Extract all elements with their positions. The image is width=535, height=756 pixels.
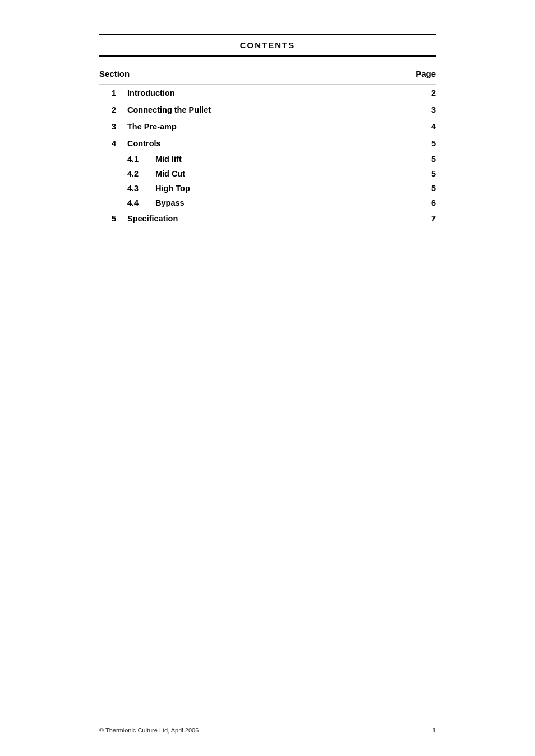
table-row: 2 Connecting the Pullet 3 — [99, 101, 436, 118]
row-num: 3 — [99, 118, 127, 135]
table-row: 3 The Pre-amp 4 — [99, 118, 436, 135]
row-text: The Pre-amp — [127, 118, 361, 135]
table-row: 4 Controls 5 — [99, 135, 436, 152]
table-subrow: 4.3 High Top 5 — [99, 181, 436, 196]
table-subrow: 4.2 Mid Cut 5 — [99, 166, 436, 181]
row-text: Controls — [127, 135, 361, 152]
table-row: 1 Introduction 2 — [99, 85, 436, 102]
row-num: 4 — [99, 135, 127, 152]
footer-copyright: © Thermionic Culture Ltd, April 2006 — [99, 727, 199, 734]
subrow-num: 4.4 — [127, 196, 155, 210]
row-text: Introduction — [127, 85, 361, 102]
subrow-num: 4.2 — [127, 166, 155, 181]
title-rule-top — [99, 34, 436, 35]
table-subrow: 4.4 Bypass 6 — [99, 196, 436, 210]
row-num: 1 — [99, 85, 127, 102]
section-header: Section — [99, 61, 361, 85]
subrow-text: Mid lift — [155, 152, 361, 166]
subrow-num: 4.1 — [127, 152, 155, 166]
title-rule-bottom — [99, 55, 436, 57]
row-page: 3 — [361, 101, 436, 118]
subrow-page: 6 — [361, 196, 436, 210]
footer-page-number: 1 — [432, 727, 436, 734]
row-page: 4 — [361, 118, 436, 135]
row-num: 2 — [99, 101, 127, 118]
page-header: Page — [361, 61, 436, 85]
table-header-row: Section Page — [99, 61, 436, 85]
subrow-parent — [99, 152, 127, 166]
row-page: 7 — [361, 210, 436, 227]
table-subrow: 4.1 Mid lift 5 — [99, 152, 436, 166]
table-row: 5 Specification 7 — [99, 210, 436, 227]
subrow-page: 5 — [361, 166, 436, 181]
subrow-parent — [99, 181, 127, 196]
row-text: Connecting the Pullet — [127, 101, 361, 118]
page: CONTENTS Section Page 1 Introduction 2 2… — [66, 0, 469, 756]
subrow-text: Bypass — [155, 196, 361, 210]
page-title: CONTENTS — [99, 38, 436, 52]
row-text: Specification — [127, 210, 361, 227]
subrow-num: 4.3 — [127, 181, 155, 196]
footer: © Thermionic Culture Ltd, April 2006 1 — [99, 723, 436, 734]
row-page: 2 — [361, 85, 436, 102]
subrow-page: 5 — [361, 181, 436, 196]
subrow-parent — [99, 196, 127, 210]
subrow-text: Mid Cut — [155, 166, 361, 181]
row-page: 5 — [361, 135, 436, 152]
subrow-page: 5 — [361, 152, 436, 166]
subrow-text: High Top — [155, 181, 361, 196]
row-num: 5 — [99, 210, 127, 227]
subrow-parent — [99, 166, 127, 181]
contents-table: Section Page 1 Introduction 2 2 Connecti… — [99, 61, 436, 227]
title-section: CONTENTS — [99, 34, 436, 57]
